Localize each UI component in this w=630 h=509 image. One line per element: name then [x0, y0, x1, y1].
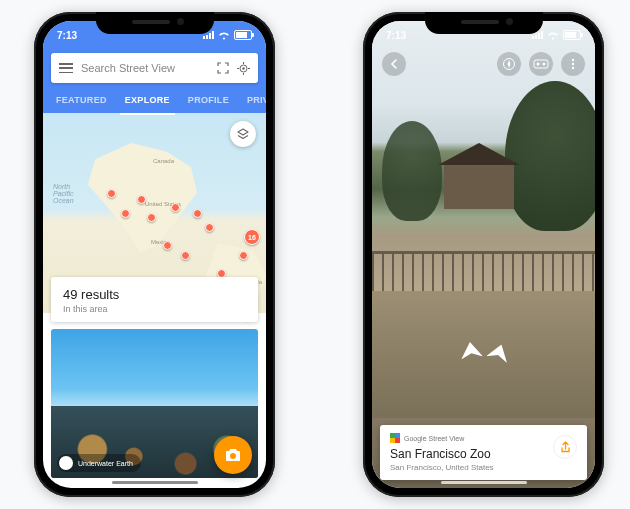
- map-marker[interactable]: [181, 251, 190, 260]
- home-indicator[interactable]: [112, 481, 198, 484]
- map-marker[interactable]: [163, 241, 172, 250]
- search-bar[interactable]: Search Street View: [51, 53, 258, 83]
- menu-icon[interactable]: [59, 63, 73, 73]
- layers-button[interactable]: [230, 121, 256, 147]
- ocean-label: North Pacific Ocean: [53, 183, 74, 204]
- map-marker[interactable]: [147, 213, 156, 222]
- camera-fab[interactable]: [214, 436, 252, 474]
- tab-private[interactable]: PRIVATE: [242, 89, 266, 113]
- location-subtitle: San Francisco, United States: [390, 463, 577, 472]
- battery-icon: [234, 30, 252, 40]
- map-marker[interactable]: [239, 251, 248, 260]
- phone-mockup-streetview: 7:13: [363, 12, 604, 497]
- arrow-left-icon: [387, 57, 401, 71]
- svg-point-7: [572, 59, 574, 61]
- map-marker[interactable]: [107, 189, 116, 198]
- results-title: 49 results: [63, 287, 246, 302]
- svg-point-6: [543, 63, 546, 66]
- share-icon: [560, 441, 571, 453]
- location-title: San Francisco Zoo: [390, 447, 577, 461]
- marker-cluster[interactable]: 16: [244, 229, 260, 245]
- screen-explore: 7:13 Search Street View FEAT: [43, 21, 266, 488]
- photo-credit: Underwater Earth: [57, 454, 141, 472]
- scene-building: [444, 161, 514, 209]
- scene-tree: [382, 121, 442, 221]
- cardboard-icon: [533, 59, 549, 69]
- streetview-panorama[interactable]: [372, 21, 595, 488]
- google-icon: [390, 433, 400, 443]
- svg-point-5: [537, 63, 540, 66]
- map-marker[interactable]: [137, 195, 146, 204]
- scene-tree: [505, 81, 595, 231]
- country-label: Canada: [153, 158, 174, 164]
- map-marker[interactable]: [193, 209, 202, 218]
- device-notch: [96, 12, 214, 34]
- svg-point-2: [230, 453, 236, 459]
- svg-point-8: [572, 63, 574, 65]
- more-button[interactable]: [561, 52, 585, 76]
- camera-icon: [224, 447, 242, 463]
- location-card[interactable]: Google Street View San Francisco Zoo San…: [380, 425, 587, 480]
- home-indicator[interactable]: [441, 481, 527, 484]
- more-vert-icon: [567, 58, 579, 70]
- streetview-toolbar: [382, 51, 585, 77]
- locate-icon[interactable]: [236, 61, 250, 75]
- wifi-icon: [547, 31, 559, 40]
- svg-rect-4: [534, 60, 548, 68]
- map-marker[interactable]: [205, 223, 214, 232]
- search-input[interactable]: Search Street View: [81, 62, 210, 74]
- results-subtitle: In this area: [63, 304, 246, 314]
- back-button[interactable]: [382, 52, 406, 76]
- tab-explore[interactable]: EXPLORE: [120, 89, 175, 113]
- share-button[interactable]: [553, 435, 577, 459]
- fullscreen-icon[interactable]: [216, 61, 230, 75]
- map-marker[interactable]: [121, 209, 130, 218]
- compass-icon: [502, 57, 516, 71]
- credit-label: Underwater Earth: [78, 460, 133, 467]
- status-time: 7:13: [386, 30, 406, 41]
- cardboard-button[interactable]: [529, 52, 553, 76]
- phone-mockup-explore: 7:13 Search Street View FEAT: [34, 12, 275, 497]
- app-attribution: Google Street View: [390, 433, 577, 443]
- avatar: [59, 456, 73, 470]
- tab-profile[interactable]: PROFILE: [183, 89, 234, 113]
- battery-icon: [563, 30, 581, 40]
- results-card[interactable]: 49 results In this area: [51, 277, 258, 322]
- compass-button[interactable]: [497, 52, 521, 76]
- scene-ground: [372, 291, 595, 418]
- svg-point-1: [242, 67, 244, 69]
- device-notch: [425, 12, 543, 34]
- app-name: Google Street View: [404, 435, 464, 442]
- tab-bar: FEATURED EXPLORE PROFILE PRIVATE: [43, 89, 266, 113]
- svg-point-9: [572, 67, 574, 69]
- screen-streetview: 7:13: [372, 21, 595, 488]
- tab-featured[interactable]: FEATURED: [51, 89, 112, 113]
- status-time: 7:13: [57, 30, 77, 41]
- wifi-icon: [218, 31, 230, 40]
- map-marker[interactable]: [171, 203, 180, 212]
